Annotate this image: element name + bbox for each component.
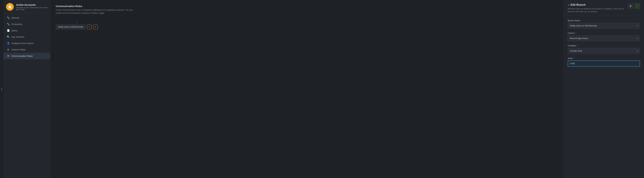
edit-branch-body: Branch Name * Notify Users of Old Record… xyxy=(564,15,644,71)
column-label: Column * xyxy=(568,32,640,34)
app-subtitle: Navigate to the section that you would l… xyxy=(16,6,48,10)
sidebar-item-label: Key Columns xyxy=(12,36,24,38)
edit-branch-panel: ⑁ Edit Branch Branches help you distribu… xyxy=(564,0,644,178)
branch-name-select[interactable]: Notify Users of Old Records xyxy=(568,23,640,29)
branch-node: ⑁ Notify Users of Old Records + + xyxy=(56,21,98,29)
sidebar-item-connection[interactable]: 🔧 Connection xyxy=(3,21,50,27)
add-branch-button[interactable]: + xyxy=(93,25,98,29)
search-icon: 🔍 xyxy=(7,35,10,38)
value-input[interactable] xyxy=(568,60,640,67)
branch-label: Notify Users of Old Records xyxy=(56,24,86,29)
value-group: Value * xyxy=(568,57,640,67)
user-icon: 👤 xyxy=(7,42,10,44)
sidebar-title-wrap: Active Accounts Navigate to the section … xyxy=(16,3,48,10)
condition-select-wrapper: Greater than xyxy=(568,48,640,54)
sidebar-nav: 🔧 General 🔧 Connection 📄 Query 🔍 Key Col… xyxy=(3,13,50,178)
branch-fork-icon: ⑁ xyxy=(76,21,77,24)
required-indicator-3: * xyxy=(577,44,578,47)
comm-panel-description: Create communication rules to distribute… xyxy=(56,8,136,14)
sidebar-item-query[interactable]: 📄 Query xyxy=(3,27,50,34)
chevron-right-icon: ❯ xyxy=(1,88,2,90)
sidebar-item-label: Custom Fields xyxy=(12,48,25,51)
communication-rules-panel: Communication Rules Create communication… xyxy=(50,0,564,178)
document-icon: 📄 xyxy=(7,29,10,32)
grid-icon: ⊞ xyxy=(7,48,10,51)
app-title: Active Accounts xyxy=(16,3,48,6)
app-icon xyxy=(6,3,14,11)
sidebar-collapse-toggle[interactable]: ❯ xyxy=(0,0,3,178)
value-label: Value * xyxy=(568,57,640,59)
sidebar-item-label: Connection xyxy=(12,23,22,25)
edit-branch-header: ⑁ Edit Branch Branches help you distribu… xyxy=(564,0,644,15)
condition-select[interactable]: Greater than xyxy=(568,48,640,54)
sidebar-item-label: Assigned User Column xyxy=(12,42,34,44)
sidebar-item-label: General xyxy=(12,16,19,19)
sidebar-item-communication-rules[interactable]: ✉ Communication Rules xyxy=(3,53,50,59)
sidebar-item-key-columns[interactable]: 🔍 Key Columns xyxy=(3,34,50,40)
sidebar-header: Active Accounts Navigate to the section … xyxy=(3,0,50,13)
edit-branch-header-left: ⑁ Edit Branch Branches help you distribu… xyxy=(568,3,625,13)
comm-panel-title: Communication Rules xyxy=(56,5,558,7)
required-indicator-2: * xyxy=(576,32,576,34)
condition-label: Condition * xyxy=(568,44,640,47)
wrench-icon: 🔧 xyxy=(7,16,10,19)
sidebar-item-custom-fields[interactable]: ⊞ Custom Fields xyxy=(3,46,50,53)
wrench-icon-2: 🔧 xyxy=(7,23,10,25)
column-select-wrapper: Record Age (mins) xyxy=(568,35,640,41)
required-indicator: * xyxy=(581,19,582,22)
edit-branch-title: ⑁ Edit Branch xyxy=(568,3,625,6)
branch-name-label: Branch Name * xyxy=(568,19,640,22)
main-area: Communication Rules Create communication… xyxy=(50,0,644,178)
check-icon: ✓ xyxy=(636,5,638,7)
edit-branch-description: Branches help you distribute rows based … xyxy=(568,7,625,13)
branch-icon: ⑁ xyxy=(568,3,569,6)
confirm-branch-button[interactable]: ✓ xyxy=(634,3,640,9)
sidebar-item-assigned-user-column[interactable]: 👤 Assigned User Column xyxy=(3,40,50,46)
add-condition-button[interactable]: + xyxy=(87,25,92,29)
sidebar-item-label: Query xyxy=(12,29,17,32)
sidebar: Active Accounts Navigate to the section … xyxy=(3,0,50,178)
required-indicator-4: * xyxy=(574,57,574,59)
edit-branch-actions: 🗑 ✓ xyxy=(628,3,640,9)
bell-icon xyxy=(8,5,12,9)
branch-name-group: Branch Name * Notify Users of Old Record… xyxy=(568,19,640,29)
trash-icon: 🗑 xyxy=(630,5,632,7)
column-group: Column * Record Age (mins) xyxy=(568,32,640,41)
sidebar-item-label: Communication Rules xyxy=(12,55,33,57)
branch-name-select-wrapper: Notify Users of Old Records xyxy=(568,23,640,29)
branch-area: ⑁ Notify Users of Old Records + + xyxy=(56,21,558,29)
condition-group: Condition * Greater than xyxy=(568,44,640,54)
mail-icon: ✉ xyxy=(7,55,10,57)
main-content: Communication Rules Create communication… xyxy=(50,0,644,178)
delete-branch-button[interactable]: 🗑 xyxy=(628,3,633,9)
column-select[interactable]: Record Age (mins) xyxy=(568,35,640,41)
branch-label-row: Notify Users of Old Records + + xyxy=(56,24,98,29)
sidebar-item-general[interactable]: 🔧 General xyxy=(3,14,50,21)
